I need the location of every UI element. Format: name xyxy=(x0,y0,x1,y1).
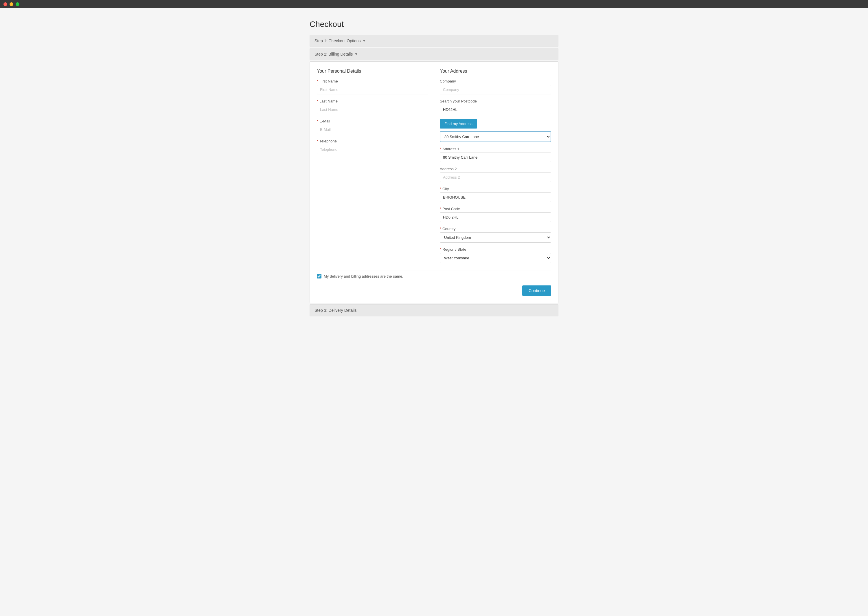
step2-bar[interactable]: Step 2: Billing Details ▼ xyxy=(310,48,558,60)
region-label: * Region / State xyxy=(440,247,551,251)
email-input[interactable] xyxy=(317,125,428,134)
company-input[interactable] xyxy=(440,85,551,94)
step1-label: Step 1: Checkout Options xyxy=(315,39,361,43)
required-star: * xyxy=(317,139,318,143)
postcode-label: * Post Code xyxy=(440,207,551,211)
telephone-input[interactable] xyxy=(317,145,428,154)
maximize-button[interactable] xyxy=(16,2,19,6)
first-name-group: * First Name xyxy=(317,79,428,94)
personal-details-title: Your Personal Details xyxy=(317,69,428,74)
required-star: * xyxy=(317,119,318,123)
search-postcode-label: Search your Postcode xyxy=(440,99,551,103)
postcode-search-input[interactable] xyxy=(440,105,551,114)
first-name-label: * First Name xyxy=(317,79,428,83)
required-star: * xyxy=(440,207,441,211)
last-name-input[interactable] xyxy=(317,105,428,114)
country-label: * Country xyxy=(440,227,551,231)
billing-details-content: Your Personal Details * First Name * xyxy=(310,61,558,303)
company-label: Company xyxy=(440,79,551,83)
delivery-billing-same-row: My delivery and billing addresses are th… xyxy=(317,270,551,282)
address2-input[interactable] xyxy=(440,173,551,182)
last-name-label: * Last Name xyxy=(317,99,428,103)
required-star: * xyxy=(440,147,441,151)
first-name-input[interactable] xyxy=(317,85,428,94)
address-title: Your Address xyxy=(440,69,551,74)
step3-bar[interactable]: Step 3: Delivery Details xyxy=(310,304,558,316)
page-title: Checkout xyxy=(310,20,558,29)
postcode-input[interactable] xyxy=(440,212,551,222)
email-group: * E-Mail xyxy=(317,119,428,134)
required-star: * xyxy=(440,187,441,191)
email-label: * E-Mail xyxy=(317,119,428,123)
address-dropdown-group: 80 Smithy Carr Lane xyxy=(440,131,551,142)
address1-group: * Address 1 xyxy=(440,147,551,162)
address-column: Your Address Company Search your Postcod… xyxy=(440,69,551,268)
two-column-layout: Your Personal Details * First Name * xyxy=(317,69,551,268)
required-star: * xyxy=(440,227,441,231)
checkbox-label: My delivery and billing addresses are th… xyxy=(324,274,403,278)
browser-window: Checkout Step 1: Checkout Options ▼ Step… xyxy=(0,8,868,616)
address1-input[interactable] xyxy=(440,152,551,162)
step2-label: Step 2: Billing Details xyxy=(315,52,353,57)
region-select[interactable]: West Yorkshire xyxy=(440,253,551,263)
required-star: * xyxy=(440,247,441,251)
city-group: * City xyxy=(440,187,551,202)
telephone-group: * Telephone xyxy=(317,139,428,154)
titlebar xyxy=(0,0,868,8)
address1-label: * Address 1 xyxy=(440,147,551,151)
address2-label: Address 2 xyxy=(440,167,551,171)
page-content: Checkout Step 1: Checkout Options ▼ Step… xyxy=(304,8,564,328)
address2-group: Address 2 xyxy=(440,167,551,182)
continue-row: Continue xyxy=(317,285,551,296)
search-postcode-group: Search your Postcode xyxy=(440,99,551,114)
chevron-down-icon: ▼ xyxy=(362,39,366,43)
country-select[interactable]: United Kingdom xyxy=(440,233,551,243)
city-label: * City xyxy=(440,187,551,191)
chevron-down-icon: ▼ xyxy=(354,52,358,56)
last-name-group: * Last Name xyxy=(317,99,428,114)
address-dropdown[interactable]: 80 Smithy Carr Lane xyxy=(440,131,551,142)
region-group: * Region / State West Yorkshire xyxy=(440,247,551,263)
step1-bar[interactable]: Step 1: Checkout Options ▼ xyxy=(310,35,558,47)
city-input[interactable] xyxy=(440,193,551,202)
postcode-group: * Post Code xyxy=(440,207,551,222)
country-group: * Country United Kingdom xyxy=(440,227,551,243)
personal-details-column: Your Personal Details * First Name * xyxy=(317,69,428,268)
telephone-label: * Telephone xyxy=(317,139,428,143)
step3-label: Step 3: Delivery Details xyxy=(315,308,357,313)
delivery-billing-same-checkbox[interactable] xyxy=(317,274,321,278)
required-star: * xyxy=(317,79,318,83)
required-star: * xyxy=(317,99,318,103)
company-group: Company xyxy=(440,79,551,94)
close-button[interactable] xyxy=(3,2,7,6)
minimize-button[interactable] xyxy=(9,2,13,6)
continue-button[interactable]: Continue xyxy=(522,285,551,296)
find-address-button[interactable]: Find my Address xyxy=(440,119,477,129)
